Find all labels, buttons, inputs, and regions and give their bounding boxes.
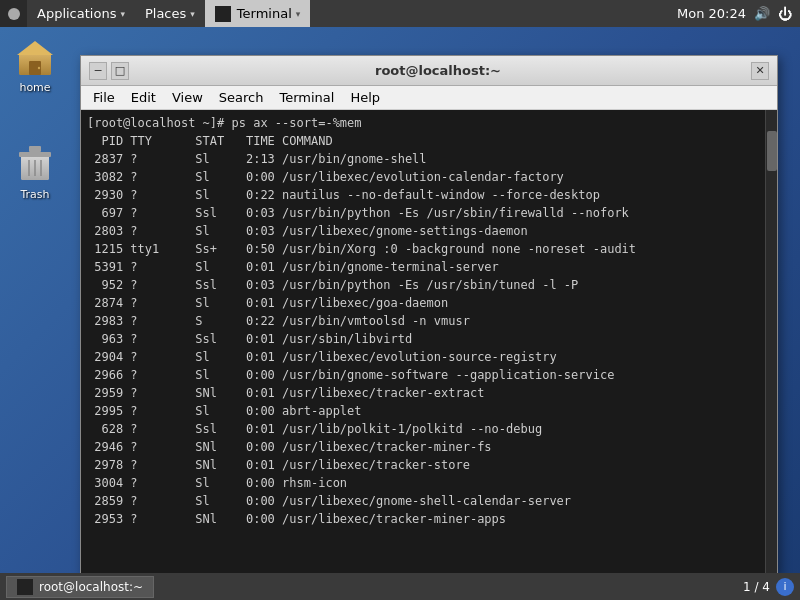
table-row: 2953 ? SNl 0:00 /usr/libexec/tracker-min… bbox=[87, 510, 771, 528]
applications-arrow-icon: ▾ bbox=[120, 9, 125, 19]
applications-menu[interactable]: Applications ▾ bbox=[27, 0, 135, 27]
table-row: 2859 ? Sl 0:00 /usr/libexec/gnome-shell-… bbox=[87, 492, 771, 510]
terminal-menu[interactable]: Terminal ▾ bbox=[205, 0, 310, 27]
close-button[interactable]: ✕ bbox=[751, 62, 769, 80]
pagination-info-icon[interactable]: i bbox=[776, 578, 794, 596]
table-row: 2930 ? Sl 0:22 nautilus --no-default-win… bbox=[87, 186, 771, 204]
file-menu[interactable]: File bbox=[85, 86, 123, 110]
trash-icon-img bbox=[15, 144, 55, 184]
terminal-arrow-icon: ▾ bbox=[296, 9, 301, 19]
table-row: 5391 ? Sl 0:01 /usr/bin/gnome-terminal-s… bbox=[87, 258, 771, 276]
pagination-text: 1 / 4 bbox=[743, 580, 770, 594]
table-row: 2837 ? Sl 2:13 /usr/bin/gnome-shell bbox=[87, 150, 771, 168]
table-row: 1215 tty1 Ss+ 0:50 /usr/bin/Xorg :0 -bac… bbox=[87, 240, 771, 258]
minimize-button[interactable]: − bbox=[89, 62, 107, 80]
terminal-title: root@localhost:~ bbox=[129, 63, 747, 78]
table-row: 3082 ? Sl 0:00 /usr/libexec/evolution-ca… bbox=[87, 168, 771, 186]
home-icon[interactable]: home bbox=[15, 37, 55, 94]
terminal-scrollbar[interactable] bbox=[765, 110, 777, 574]
table-row: 2995 ? Sl 0:00 abrt-applet bbox=[87, 402, 771, 420]
maximize-button[interactable]: □ bbox=[111, 62, 129, 80]
home-label: home bbox=[19, 81, 50, 94]
table-row: 2978 ? SNl 0:01 /usr/libexec/tracker-sto… bbox=[87, 456, 771, 474]
scroll-thumb[interactable] bbox=[767, 131, 777, 171]
svg-rect-9 bbox=[29, 146, 41, 152]
table-row: 3004 ? Sl 0:00 rhsm-icon bbox=[87, 474, 771, 492]
desktop: home bbox=[0, 27, 800, 600]
table-row: 2874 ? Sl 0:01 /usr/libexec/goa-daemon bbox=[87, 294, 771, 312]
topbar: Applications ▾ Places ▾ Terminal ▾ Mon 2… bbox=[0, 0, 800, 27]
places-arrow-icon: ▾ bbox=[190, 9, 195, 19]
svg-point-5 bbox=[38, 67, 40, 69]
taskbar-terminal-app[interactable]: root@localhost:~ bbox=[6, 576, 154, 598]
terminal-rows: 2837 ? Sl 2:13 /usr/bin/gnome-shell 3082… bbox=[87, 150, 771, 528]
taskbar-app-label: root@localhost:~ bbox=[39, 580, 143, 594]
terminal-window: − □ root@localhost:~ ✕ File Edit View Se… bbox=[80, 55, 778, 575]
table-row: 2959 ? SNl 0:01 /usr/libexec/tracker-ext… bbox=[87, 384, 771, 402]
svg-point-0 bbox=[8, 8, 20, 20]
terminal-content[interactable]: [root@localhost ~]# ps ax --sort=-%mem P… bbox=[81, 110, 777, 574]
table-row: 628 ? Ssl 0:01 /usr/lib/polkit-1/polkitd… bbox=[87, 420, 771, 438]
terminal-icon bbox=[215, 6, 231, 22]
table-row: 952 ? Ssl 0:03 /usr/bin/python -Es /usr/… bbox=[87, 276, 771, 294]
search-menu[interactable]: Search bbox=[211, 86, 272, 110]
home-icon-img bbox=[15, 37, 55, 77]
power-icon[interactable]: ⏻ bbox=[778, 6, 792, 22]
places-menu[interactable]: Places ▾ bbox=[135, 0, 205, 27]
table-row: 697 ? Ssl 0:03 /usr/bin/python -Es /usr/… bbox=[87, 204, 771, 222]
volume-icon[interactable]: 🔊 bbox=[754, 6, 770, 21]
trash-label: Trash bbox=[20, 188, 49, 201]
table-row: 963 ? Ssl 0:01 /usr/sbin/libvirtd bbox=[87, 330, 771, 348]
taskbar: root@localhost:~ 1 / 4 i bbox=[0, 573, 800, 600]
help-menu[interactable]: Help bbox=[342, 86, 388, 110]
terminal-controls: − □ bbox=[89, 62, 129, 80]
table-row: 2966 ? Sl 0:00 /usr/bin/gnome-software -… bbox=[87, 366, 771, 384]
table-row: 2946 ? SNl 0:00 /usr/libexec/tracker-min… bbox=[87, 438, 771, 456]
terminal-titlebar: − □ root@localhost:~ ✕ bbox=[81, 56, 777, 86]
trash-icon[interactable]: Trash bbox=[15, 144, 55, 201]
table-row: 2803 ? Sl 0:03 /usr/libexec/gnome-settin… bbox=[87, 222, 771, 240]
table-row: 2983 ? S 0:22 /usr/bin/vmtoolsd -n vmusr bbox=[87, 312, 771, 330]
sidebar: home bbox=[0, 27, 70, 600]
edit-menu[interactable]: Edit bbox=[123, 86, 164, 110]
clock: Mon 20:24 bbox=[677, 6, 746, 21]
view-menu[interactable]: View bbox=[164, 86, 211, 110]
terminal-menu-item[interactable]: Terminal bbox=[271, 86, 342, 110]
terminal-header: PID TTY STAT TIME COMMAND bbox=[87, 132, 771, 150]
svg-rect-8 bbox=[19, 152, 51, 157]
svg-marker-3 bbox=[17, 41, 53, 55]
terminal-prompt: [root@localhost ~]# ps ax --sort=-%mem bbox=[87, 114, 771, 132]
table-row: 2904 ? Sl 0:01 /usr/libexec/evolution-so… bbox=[87, 348, 771, 366]
taskbar-terminal-icon bbox=[17, 579, 33, 595]
terminal-menubar: File Edit View Search Terminal Help bbox=[81, 86, 777, 110]
apple-menu-button[interactable] bbox=[0, 0, 27, 27]
taskbar-pagination: 1 / 4 i bbox=[743, 578, 794, 596]
